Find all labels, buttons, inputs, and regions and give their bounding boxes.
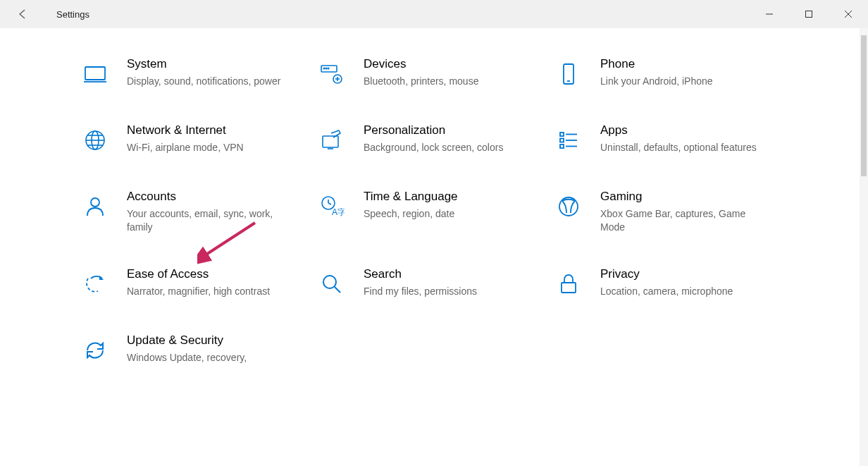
tile-search[interactable]: Search Find my files, permissions [316, 266, 552, 300]
person-icon [79, 190, 111, 223]
svg-rect-26 [560, 145, 564, 148]
svg-text:A字: A字 [332, 207, 345, 217]
tile-time-language[interactable]: A字 Time & Language Speech, region, date [316, 189, 552, 234]
svg-rect-24 [560, 139, 564, 142]
tile-title: Update & Security [127, 333, 299, 348]
tile-desc: Your accounts, email, sync, work, family [127, 207, 299, 234]
tile-title: System [127, 56, 299, 72]
tile-title: Accounts [127, 189, 299, 204]
scrollbar-thumb[interactable] [861, 35, 867, 176]
tile-privacy[interactable]: Privacy Location, camera, microphone [552, 266, 789, 300]
tile-title: Phone [600, 56, 772, 72]
apps-icon [552, 124, 585, 157]
tile-desc: Uninstall, defaults, optional features [600, 141, 772, 154]
tile-devices[interactable]: Devices Bluetooth, printers, mouse [316, 56, 552, 90]
tile-desc: Narrator, magnifier, high contrast [127, 285, 299, 298]
back-button[interactable] [8, 0, 37, 28]
svg-line-35 [335, 287, 340, 293]
svg-point-33 [559, 197, 578, 216]
tile-title: Apps [600, 123, 772, 138]
tile-personalization[interactable]: Personalization Background, lock screen,… [316, 123, 552, 157]
svg-point-10 [323, 68, 325, 69]
tile-title: Gaming [600, 189, 772, 204]
tile-title: Time & Language [364, 189, 535, 204]
ease-of-access-icon [79, 268, 111, 300]
lock-icon [552, 268, 585, 300]
tile-desc: Find my files, permissions [364, 285, 535, 298]
tile-update-security[interactable]: Update & Security Windows Update, recove… [79, 333, 316, 367]
tile-title: Network & Internet [127, 123, 299, 138]
tile-network[interactable]: Network & Internet Wi-Fi, airplane mode,… [79, 123, 316, 157]
settings-content: System Display, sound, notifications, po… [0, 28, 868, 367]
window-controls [750, 0, 868, 28]
tile-title: Privacy [600, 266, 772, 282]
time-language-icon: A字 [316, 190, 348, 223]
svg-rect-4 [85, 67, 105, 80]
personalization-icon [316, 124, 348, 157]
tile-title: Ease of Access [127, 266, 299, 282]
svg-point-28 [91, 198, 99, 207]
svg-rect-1 [806, 11, 812, 18]
tile-desc: Speech, region, date [364, 207, 535, 221]
svg-point-34 [323, 276, 336, 288]
tile-accounts[interactable]: Accounts Your accounts, email, sync, wor… [79, 189, 316, 234]
tile-desc: Xbox Game Bar, captures, Game Mode [600, 207, 772, 234]
tile-title: Search [364, 266, 535, 282]
svg-point-12 [328, 68, 329, 69]
svg-point-11 [326, 68, 327, 69]
tile-desc: Background, lock screen, colors [364, 141, 535, 154]
titlebar: Settings [0, 0, 868, 28]
update-icon [79, 334, 111, 367]
gaming-icon [552, 190, 585, 223]
tile-desc: Windows Update, recovery, [127, 351, 299, 364]
settings-grid: System Display, sound, notifications, po… [0, 56, 868, 367]
svg-rect-20 [323, 136, 338, 147]
tile-desc: Display, sound, notifications, power [127, 75, 299, 88]
tile-apps[interactable]: Apps Uninstall, defaults, optional featu… [552, 123, 789, 157]
tile-gaming[interactable]: Gaming Xbox Game Bar, captures, Game Mod… [552, 189, 789, 234]
phone-icon [552, 58, 585, 90]
system-icon [79, 58, 111, 90]
app-title: Settings [56, 9, 89, 20]
tile-title: Personalization [364, 123, 535, 138]
minimize-button[interactable] [750, 0, 789, 28]
tile-desc: Link your Android, iPhone [600, 75, 772, 88]
tile-desc: Wi-Fi, airplane mode, VPN [127, 141, 299, 154]
tile-desc: Bluetooth, printers, mouse [364, 75, 535, 88]
search-icon [316, 268, 348, 300]
tile-ease-of-access[interactable]: Ease of Access Narrator, magnifier, high… [79, 266, 316, 300]
maximize-button[interactable] [789, 0, 829, 28]
svg-rect-36 [562, 283, 576, 293]
svg-rect-22 [560, 133, 564, 136]
globe-icon [79, 124, 111, 157]
vertical-scrollbar[interactable] [860, 28, 868, 466]
close-button[interactable] [829, 0, 868, 28]
tile-desc: Location, camera, microphone [600, 285, 772, 298]
tile-title: Devices [364, 56, 535, 72]
tile-system[interactable]: System Display, sound, notifications, po… [79, 56, 316, 90]
devices-icon [316, 58, 348, 90]
tile-phone[interactable]: Phone Link your Android, iPhone [552, 56, 789, 90]
svg-line-31 [328, 203, 331, 204]
